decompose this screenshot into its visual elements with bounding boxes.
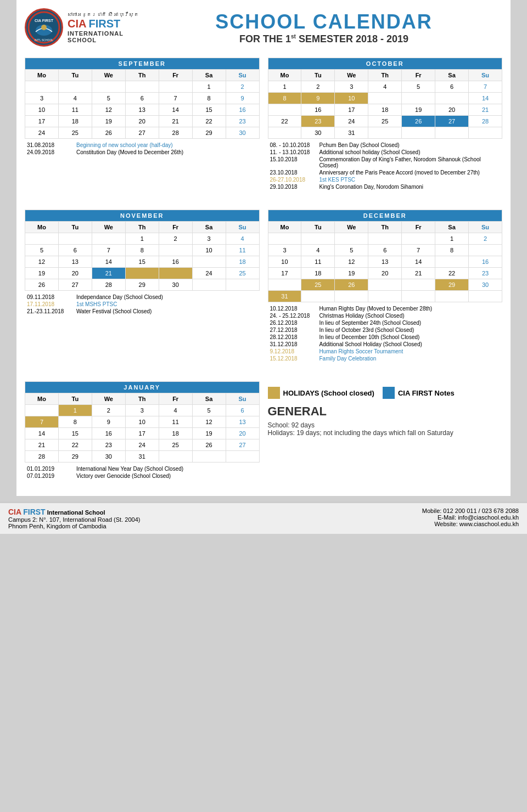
title-area: SCHOOL CALENDAR FOR THE 1st SEMESTER 201… [145,10,502,45]
intl-school-label: International School [68,30,145,43]
footer-mobile: Mobile: 012 200 011 / 023 678 2088 [422,507,519,514]
holidays-label: HOLIDAYS (School closed) [283,389,374,397]
cia-notes-legend: CIA FIRST Notes [383,387,455,399]
sep-header: SEPTEMBER [25,58,260,70]
footer-left: CIA FIRST International School Campus 2:… [8,507,140,529]
footer-address2: Phnom Penh, Kingdom of Cambodia [8,523,140,529]
sep-tu: Tu [58,70,92,81]
sep-th: Th [125,70,159,81]
footer-website: Website: www.ciaschool.edu.kh [422,521,519,527]
row1-calendars: SEPTEMBER Mo Tu We Th Fr Sa Su 12 345678… [25,58,502,199]
footer-right: Mobile: 012 200 011 / 023 678 2088 E-Mai… [422,507,519,529]
holidays-legend: HOLIDAYS (School closed) [268,387,374,399]
calendar-title: SCHOOL CALENDAR [145,10,502,33]
december-calendar: DECEMBER MoTuWeThFrSaSu 12 345678 101112… [268,210,503,302]
footer-intl: International School [47,509,105,516]
november-section: NOVEMBER MoTuWeThFrSaSu 1234 56781011 12… [25,210,260,370]
sep-we: We [92,70,125,81]
general-title: GENERAL [268,404,503,419]
footer-first: FIRST [23,507,45,516]
october-section: OCTOBER MoTuWeThFrSaSu 1234567 891014 16… [268,58,503,199]
row2-calendars: NOVEMBER MoTuWeThFrSaSu 1234 56781011 12… [25,210,502,370]
footer-email: E-Mail: info@ciaschool.edu.kh [422,514,519,521]
november-calendar: NOVEMBER MoTuWeThFrSaSu 1234 56781011 12… [25,210,260,291]
september-section: SEPTEMBER Mo Tu We Th Fr Sa Su 12 345678… [25,58,260,199]
svg-text:CIA FIRST: CIA FIRST [35,19,54,22]
sep-mo: Mo [25,70,59,81]
page: CIA FIRST INT'L SCHOOL សាលាអន្តរជាតិ ស៊ី… [16,0,511,496]
dec-header: DECEMBER [268,210,502,222]
footer-cia: CIA [8,507,21,516]
khmer-text: សាលាអន្តរជាតិ ស៊ីអា ហ្វឺស្ត [68,12,145,18]
right-info-section: HOLIDAYS (School closed) CIA FIRST Notes… [268,381,503,488]
sep-sa: Sa [192,70,226,81]
cia-notes-color-box [383,387,395,399]
september-calendar: SEPTEMBER Mo Tu We Th Fr Sa Su 12 345678… [25,58,260,139]
footer-school-name: CIA FIRST International School [8,507,140,516]
logo-area: CIA FIRST INT'L SCHOOL សាលាអន្តរជាតិ ស៊ី… [25,8,145,47]
december-notes: 10.12.2018Human Rights Day (Moved to Dec… [268,305,503,362]
december-section: DECEMBER MoTuWeThFrSaSu 12 345678 101112… [268,210,503,370]
oct-header: OCTOBER [268,58,502,70]
svg-point-3 [41,25,47,30]
sep-su: Su [226,70,259,81]
january-notes: 01.01.2019International New Year Day (Sc… [25,465,260,480]
general-section: GENERAL School: 92 days Holidays: 19 day… [268,404,503,437]
semester-subtitle: FOR THE 1st SEMESTER 2018 - 2019 [145,33,502,45]
cia-notes-label: CIA FIRST Notes [398,389,455,397]
cia-label: CIA [68,18,86,30]
school-name-area: សាលាអន្តរជាតិ ស៊ីអា ហ្វឺស្ត CIA FIRST In… [68,12,145,43]
header: CIA FIRST INT'L SCHOOL សាលាអន្តរជាតិ ស៊ី… [25,8,502,47]
october-calendar: OCTOBER MoTuWeThFrSaSu 1234567 891014 16… [268,58,503,139]
holidays-days: Holidays: 19 days; not including the day… [268,429,503,437]
legend-section: HOLIDAYS (School closed) CIA FIRST Notes [268,387,503,399]
november-notes: 09.11.2018Independance Day (School Close… [25,294,260,315]
footer: CIA FIRST International School Campus 2:… [0,501,527,534]
school-days: School: 92 days [268,421,503,429]
jan-header: JANUARY [25,382,260,393]
row3-calendars: JANUARY MoTuWeThFrSaSu 123456 7891011121… [25,381,502,488]
september-notes: 31.08.2018 Beginning of new school year … [25,142,260,156]
october-notes: 08. - 10.10.2018Pchum Ben Day (School Cl… [268,142,503,190]
sep-fr: Fr [159,70,192,81]
school-logo: CIA FIRST INT'L SCHOOL [25,8,63,47]
footer-address1: Campus 2: N°. 107, International Road (S… [8,516,140,523]
january-calendar: JANUARY MoTuWeThFrSaSu 123456 7891011121… [25,381,260,463]
svg-text:INT'L SCHOOL: INT'L SCHOOL [35,38,53,42]
january-section: JANUARY MoTuWeThFrSaSu 123456 7891011121… [25,381,260,488]
first-label: FIRST [88,18,120,30]
nov-header: NOVEMBER [25,210,260,222]
holiday-color-box [268,387,280,399]
